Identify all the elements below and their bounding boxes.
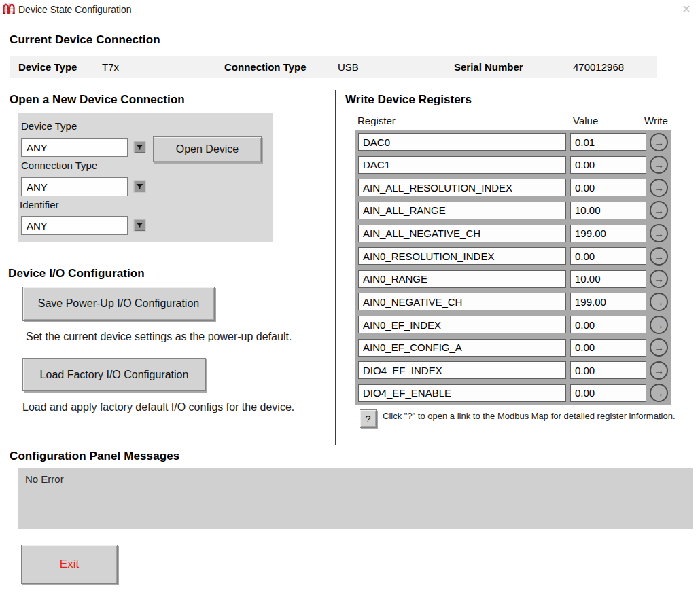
register-column-header: Register: [357, 115, 396, 126]
write-register-button[interactable]: →: [650, 338, 668, 357]
register-value-input[interactable]: [570, 384, 646, 402]
register-name-input[interactable]: [358, 202, 566, 219]
value-column-header: Value: [573, 115, 598, 126]
register-value-input[interactable]: [570, 247, 646, 265]
open-connection-heading: Open a New Device Connection: [10, 93, 185, 107]
register-value-input[interactable]: [570, 293, 646, 310]
register-name-input[interactable]: [358, 179, 566, 196]
register-name-input[interactable]: [358, 316, 566, 333]
write-register-button[interactable]: →: [650, 179, 668, 197]
connection-field-label: Connection Type: [224, 61, 338, 73]
register-name-input[interactable]: [358, 225, 566, 242]
connection-field-label: Serial Number: [454, 61, 573, 73]
register-row: →: [358, 179, 668, 196]
register-value-input[interactable]: [570, 339, 646, 357]
write-column-header: Write: [644, 115, 668, 126]
connection-type-label: Connection Type: [21, 160, 97, 171]
current-connection-heading: Current Device Connection: [10, 33, 160, 47]
right-arrow-icon: →: [654, 274, 664, 284]
register-table: → → → → → → →: [355, 130, 671, 405]
write-register-button[interactable]: →: [650, 224, 668, 242]
window-titlebar: Device State Configuration ✕: [0, 0, 700, 19]
exit-button[interactable]: Exit: [21, 545, 118, 584]
register-row: →: [358, 361, 668, 379]
identifier-label: Identifier: [20, 199, 59, 211]
register-name-input[interactable]: [358, 293, 566, 310]
write-register-button[interactable]: →: [650, 270, 668, 288]
dropdown-arrow-icon: [136, 181, 143, 192]
register-row: →: [358, 339, 668, 357]
section-divider: [335, 90, 336, 445]
load-factory-config-button[interactable]: Load Factory I/O Configuration: [22, 358, 206, 391]
register-name-input[interactable]: [358, 270, 566, 288]
app-waveform-icon: [3, 3, 15, 14]
window-title: Device State Configuration: [18, 4, 132, 15]
modbus-help-button[interactable]: ?: [360, 409, 377, 428]
panel-message-text: No Error: [25, 473, 64, 485]
write-register-button[interactable]: →: [650, 247, 668, 266]
right-arrow-icon: →: [654, 365, 664, 376]
register-name-input[interactable]: [358, 384, 566, 402]
right-arrow-icon: →: [654, 160, 664, 170]
current-connection-bar: Device Type T7x Connection Type USB Seri…: [10, 56, 657, 78]
connection-field-value: T7x: [102, 61, 119, 73]
right-arrow-icon: →: [654, 205, 664, 215]
write-register-button[interactable]: →: [650, 384, 668, 402]
write-register-button[interactable]: →: [650, 201, 668, 219]
close-icon[interactable]: ✕: [680, 3, 693, 16]
write-register-button[interactable]: →: [650, 361, 668, 380]
register-name-input[interactable]: [358, 133, 566, 151]
register-value-input[interactable]: [570, 270, 646, 288]
connection-field: Device Type T7x: [18, 61, 119, 73]
connection-field-value: 470012968: [573, 61, 624, 73]
right-arrow-icon: →: [654, 342, 664, 352]
right-arrow-icon: →: [654, 137, 664, 147]
register-value-input[interactable]: [570, 179, 646, 196]
register-value-input[interactable]: [570, 225, 646, 242]
identifier-select[interactable]: [21, 216, 128, 235]
panel-messages-box: No Error: [18, 468, 693, 529]
write-registers-heading: Write Device Registers: [345, 93, 472, 107]
open-device-button[interactable]: Open Device: [153, 136, 262, 162]
register-row: →: [358, 293, 668, 310]
register-row: →: [358, 202, 668, 219]
dropdown-arrow-icon: [136, 220, 143, 230]
write-register-button[interactable]: →: [650, 293, 668, 311]
save-config-caption: Set the current device settings as the p…: [26, 331, 292, 343]
register-value-input[interactable]: [570, 202, 646, 219]
register-row: →: [358, 225, 668, 242]
register-row: →: [358, 247, 668, 265]
connection-type-dropdown-button[interactable]: [133, 180, 146, 193]
register-row: →: [358, 316, 668, 333]
register-name-input[interactable]: [358, 247, 566, 265]
right-arrow-icon: →: [654, 297, 664, 307]
identifier-dropdown-button[interactable]: [133, 219, 146, 232]
register-row: →: [358, 156, 668, 174]
connection-field: Serial Number 470012968: [454, 61, 624, 73]
io-configuration-heading: Device I/O Configuration: [8, 267, 145, 280]
connection-field-value: USB: [338, 61, 359, 73]
register-value-input[interactable]: [570, 361, 646, 379]
save-power-up-config-button[interactable]: Save Power-Up I/O Configuration: [22, 287, 215, 321]
register-value-input[interactable]: [570, 133, 646, 151]
right-arrow-icon: →: [654, 388, 664, 398]
register-name-input[interactable]: [358, 361, 566, 379]
dropdown-arrow-icon: [136, 142, 143, 152]
right-arrow-icon: →: [654, 228, 664, 238]
write-register-button[interactable]: →: [650, 133, 668, 151]
register-value-input[interactable]: [570, 316, 646, 333]
connection-field-label: Device Type: [18, 61, 102, 73]
write-register-button[interactable]: →: [650, 156, 668, 174]
panel-messages-heading: Configuration Panel Messages: [10, 450, 179, 463]
register-row: →: [358, 384, 668, 402]
register-name-input[interactable]: [358, 156, 566, 174]
device-type-dropdown-button[interactable]: [133, 141, 146, 153]
write-register-button[interactable]: →: [650, 316, 668, 334]
connection-field: Connection Type USB: [224, 61, 359, 73]
register-value-input[interactable]: [570, 156, 646, 174]
connection-type-select[interactable]: [21, 177, 128, 196]
register-row: →: [358, 270, 668, 288]
device-type-select[interactable]: [21, 138, 128, 157]
right-arrow-icon: →: [654, 251, 664, 261]
register-name-input[interactable]: [358, 339, 566, 357]
